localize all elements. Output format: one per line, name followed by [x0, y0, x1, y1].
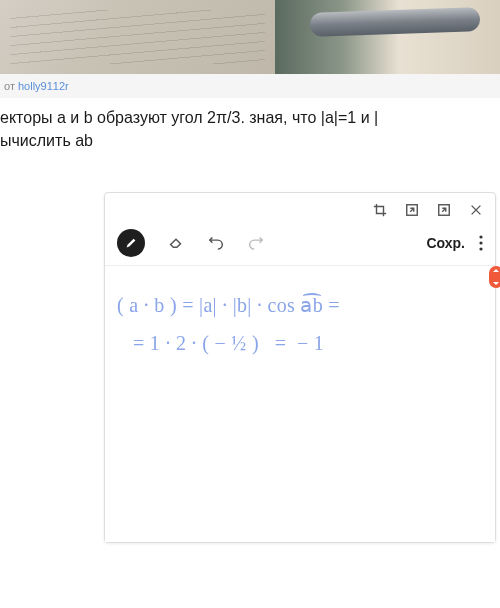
handwritten-math: ( a · b ) = |a| · |b| · cos a͡b = = 1 · … [117, 286, 340, 362]
editor-card: Сохр. ( a · b ) = |a| · |b| · cos a͡b = … [104, 192, 496, 543]
question-text: екторы a и b образуют угол 2π/3. зная, ч… [0, 98, 500, 160]
photo-right-half [275, 0, 500, 74]
pen-tool[interactable] [117, 229, 145, 257]
eraser-tool[interactable] [167, 232, 185, 254]
toolbar-left [117, 229, 265, 257]
photo-left-half [0, 0, 275, 74]
editor-window-controls [105, 193, 495, 223]
byline-prefix: от [4, 80, 18, 92]
math-line-1: ( a · b ) = |a| · |b| · cos a͡b = [117, 294, 340, 316]
math-line-2: = 1 · 2 · ( − ½ ) = − 1 [117, 332, 324, 354]
question-photo [0, 0, 500, 74]
svg-point-4 [479, 248, 482, 251]
toolbar-right: Сохр. [426, 235, 483, 251]
undo-icon[interactable] [207, 232, 225, 254]
byline: от holly9112r [0, 74, 500, 98]
close-icon[interactable] [469, 203, 483, 217]
maximize-icon[interactable] [437, 203, 451, 217]
question-line-2: ычислить ab [0, 132, 93, 149]
editor-toolbar: Сохр. [105, 223, 495, 266]
save-button[interactable]: Сохр. [426, 235, 465, 251]
pen-object [310, 7, 481, 37]
redo-icon[interactable] [247, 232, 265, 254]
svg-point-3 [479, 242, 482, 245]
drawing-canvas[interactable]: ( a · b ) = |a| · |b| · cos a͡b = = 1 · … [105, 266, 495, 542]
author-link[interactable]: holly9112r [18, 80, 69, 92]
scroll-handle[interactable] [489, 266, 500, 288]
crop-icon[interactable] [373, 203, 387, 217]
answer-area: Сохр. ( a · b ) = |a| · |b| · cos a͡b = … [0, 160, 500, 543]
svg-point-2 [479, 236, 482, 239]
minimize-icon[interactable] [405, 203, 419, 217]
more-icon[interactable] [479, 235, 483, 251]
question-line-1: екторы a и b образуют угол 2π/3. зная, ч… [0, 109, 378, 126]
